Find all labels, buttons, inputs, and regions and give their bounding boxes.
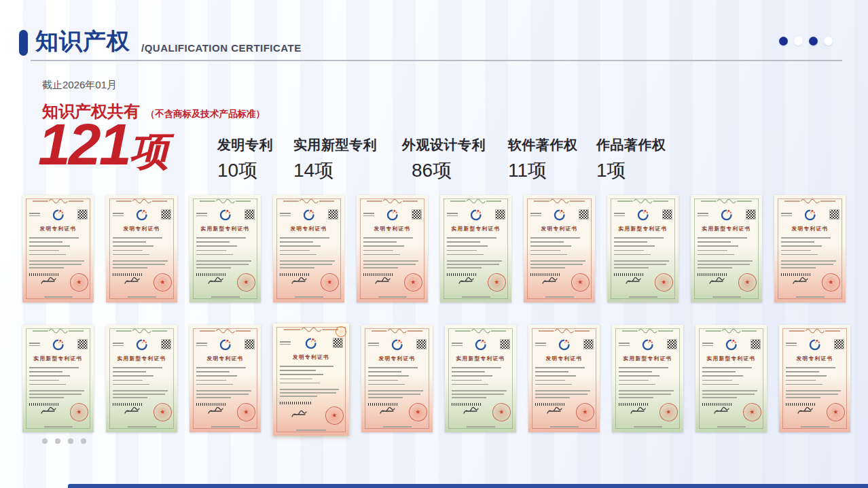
certificate-number xyxy=(368,343,379,347)
certificate-fields xyxy=(786,367,844,388)
certificate-number xyxy=(280,341,291,346)
ornament-icon xyxy=(372,328,423,334)
seal-star-icon: ★ xyxy=(415,408,421,415)
seal-star-icon: ★ xyxy=(76,279,82,285)
seal-star-icon: ★ xyxy=(661,279,667,285)
certificate-footer-line xyxy=(634,426,662,428)
pager-dot[interactable] xyxy=(68,438,73,444)
ornament-icon xyxy=(116,198,168,204)
nav-dot[interactable] xyxy=(809,37,818,46)
certificate-card: 实用新型专利证书 ★ xyxy=(189,195,261,302)
cnipa-logo-icon xyxy=(558,338,571,351)
certificate-fields xyxy=(702,367,760,388)
certificate-footer-line xyxy=(128,426,156,428)
official-seal-icon: ★ xyxy=(575,402,595,422)
certificate-fields xyxy=(280,237,338,258)
official-seal-icon: ★ xyxy=(408,402,428,422)
certificate-title: 发明专利证书 xyxy=(781,355,849,362)
nav-dot[interactable] xyxy=(824,37,833,46)
certificate-card: 实用新型专利证书 ★ xyxy=(612,325,683,432)
title-accent-bar xyxy=(19,30,28,56)
official-seal-icon: ★ xyxy=(742,402,762,422)
page-subtitle: /QUALIFICATION CERTIFICATE xyxy=(141,42,302,54)
stat-label: 软件著作权 xyxy=(508,136,578,154)
certificate-number xyxy=(614,213,625,217)
nav-dot[interactable] xyxy=(779,37,788,46)
certificate-number xyxy=(530,213,541,217)
certificate-title: 发明专利证书 xyxy=(24,225,92,232)
certificate-card: 发明专利证书 ★ xyxy=(22,195,94,302)
ornament-icon xyxy=(534,198,585,204)
cnipa-logo-icon xyxy=(136,209,148,221)
nav-dot[interactable] xyxy=(794,37,803,46)
cnipa-logo-icon xyxy=(386,209,399,221)
certificate-number xyxy=(698,213,708,217)
certificate-number xyxy=(280,213,291,217)
qr-code xyxy=(329,210,338,219)
certificate-footer-line xyxy=(712,296,741,298)
stat-label: 发明专利 xyxy=(217,136,273,154)
certificate-paragraph xyxy=(196,390,254,400)
header-divider xyxy=(31,60,842,61)
ornament-icon xyxy=(706,328,757,334)
certificate-paragraph xyxy=(535,390,593,400)
qr-code xyxy=(501,340,509,349)
qr-code xyxy=(663,210,672,219)
certificate-footer-line xyxy=(296,430,327,431)
bottom-accent-bar xyxy=(68,484,868,488)
pagination-dots xyxy=(42,438,86,444)
official-seal-icon: ★ xyxy=(820,272,841,292)
as-of-date: 截止2026年01月 xyxy=(42,79,117,92)
certificate-paragraph xyxy=(29,260,87,271)
certificate-card: 发明专利证书 ★ xyxy=(528,325,600,432)
certificate-paragraph xyxy=(702,390,760,400)
page-title: 知识产权 xyxy=(35,26,130,57)
official-seal-icon: ★ xyxy=(658,402,679,422)
certificate-card: 实用新型专利证书 ★ xyxy=(695,325,767,432)
seal-star-icon: ★ xyxy=(160,408,166,415)
certificate-footer-line xyxy=(211,426,240,428)
stat-label: 外观设计专利 xyxy=(402,136,486,154)
ornament-icon xyxy=(283,198,335,204)
pager-dot[interactable] xyxy=(55,438,60,444)
certificate-footer-line xyxy=(383,426,412,428)
certificate-number xyxy=(363,213,374,217)
certificate-title: 实用新型专利证书 xyxy=(447,355,515,362)
official-seal-icon: ★ xyxy=(486,272,507,292)
certificate-number xyxy=(786,343,797,347)
certificate-card: 实用新型专利证书 ★ xyxy=(691,195,762,302)
certificate-title: 发明专利证书 xyxy=(275,353,347,360)
pager-dot[interactable] xyxy=(42,438,48,444)
seal-star-icon: ★ xyxy=(499,408,505,415)
certificate-number xyxy=(113,343,124,347)
seal-star-icon: ★ xyxy=(494,279,500,285)
certificate-number xyxy=(781,213,792,217)
certificate-card: 发明专利证书 ★ xyxy=(779,325,850,432)
certificate-fields xyxy=(781,237,839,258)
ornament-icon xyxy=(367,198,418,204)
barcode xyxy=(280,402,312,404)
certificate-number xyxy=(196,213,207,217)
official-seal-icon: ★ xyxy=(737,272,757,292)
certificate-card: 发明专利证书 ★ xyxy=(106,195,177,302)
seal-star-icon: ★ xyxy=(833,408,839,415)
ornament-icon xyxy=(284,327,339,332)
certificate-card: 实用新型专利证书 ★ xyxy=(607,195,679,302)
signature-icon xyxy=(207,406,226,416)
certificate-number xyxy=(702,343,713,347)
ornament-icon xyxy=(33,328,84,334)
qr-code xyxy=(333,338,342,347)
seal-star-icon: ★ xyxy=(582,408,588,415)
certificate-title: 实用新型专利证书 xyxy=(614,355,682,362)
signature-icon xyxy=(207,276,226,286)
certificate-paragraph xyxy=(619,390,676,400)
certificate-card: 发明专利证书 ★ xyxy=(189,325,261,432)
cnipa-logo-icon xyxy=(136,338,148,351)
signature-icon xyxy=(713,406,732,416)
signature-icon xyxy=(797,406,816,416)
seal-star-icon: ★ xyxy=(749,408,755,415)
ornament-icon xyxy=(455,328,507,334)
stat-utility-model-patents: 实用新型专利 14项 xyxy=(293,136,377,184)
qr-code xyxy=(162,210,170,219)
pager-dot[interactable] xyxy=(81,438,86,444)
